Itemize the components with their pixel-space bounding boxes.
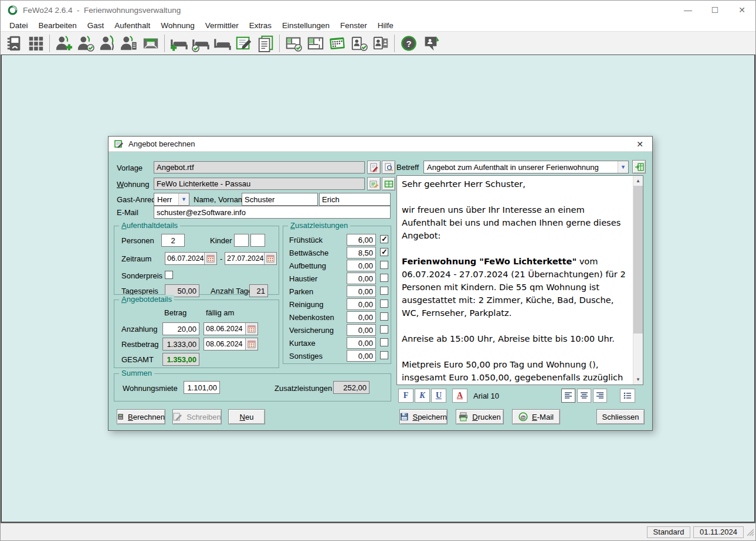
email-send-button[interactable]: @ E-Mail — [512, 409, 560, 424]
phonebook-button[interactable] — [3, 33, 25, 54]
scroll-down-icon[interactable]: ▼ — [633, 375, 643, 385]
dialog-close-button[interactable]: ✕ — [633, 139, 646, 149]
wohnung-plan-button[interactable] — [382, 177, 395, 190]
drucken-button[interactable]: Drucken — [456, 409, 504, 424]
broker-confirm-button[interactable] — [348, 33, 369, 54]
zusatz-checkbox[interactable] — [380, 300, 388, 308]
documents-button[interactable] — [255, 33, 276, 54]
font-color-button[interactable]: A — [452, 389, 467, 403]
name-input[interactable]: Schuster — [242, 193, 318, 206]
email-button[interactable] — [140, 33, 161, 54]
help-button[interactable]: ? — [398, 33, 419, 54]
menu-aufenthalt[interactable]: Aufenthalt — [109, 21, 155, 30]
personen-input[interactable]: 2 — [161, 234, 185, 247]
anzahlung-date-input[interactable]: 08.06.2024 — [204, 322, 258, 335]
stay-button[interactable] — [211, 33, 233, 54]
zeitraum-bis-calendar-button[interactable] — [264, 253, 276, 264]
minimize-button[interactable]: — — [674, 1, 701, 19]
menu-extras[interactable]: Extras — [244, 21, 277, 30]
berechnen-button[interactable]: Berechnen — [117, 409, 165, 424]
menu-hilfe[interactable]: Hilfe — [372, 21, 399, 30]
guest-directory-button[interactable] — [118, 33, 140, 54]
vorname-input[interactable]: Erich — [319, 193, 391, 206]
calendar-button[interactable] — [326, 33, 348, 54]
chevron-down-icon[interactable]: ▼ — [178, 193, 189, 205]
schreiben-button[interactable]: Schreiben — [172, 409, 222, 424]
menu-gast[interactable]: Gast — [82, 21, 110, 30]
resize-grip[interactable] — [747, 528, 754, 539]
roomplan-button[interactable] — [304, 33, 326, 54]
zusatz-price-input[interactable]: 0,00 — [347, 273, 376, 284]
stay-add-button[interactable] — [168, 33, 189, 54]
align-left-button[interactable] — [561, 389, 575, 403]
menu-datei[interactable]: Datei — [4, 21, 33, 30]
chevron-down-icon[interactable]: ▼ — [618, 161, 628, 173]
wohnungsmiete-input[interactable]: 1.101,00 — [184, 381, 220, 394]
maximize-button[interactable]: ☐ — [701, 1, 728, 19]
menu-wohnung[interactable]: Wohnung — [155, 21, 200, 30]
speichern-button[interactable]: Speichern — [399, 409, 448, 424]
menu-fenster[interactable]: Fenster — [335, 21, 372, 30]
zusatz-checkbox[interactable] — [380, 312, 388, 321]
kinder2-input[interactable] — [250, 234, 265, 247]
zusatz-price-input[interactable]: 0,00 — [347, 298, 376, 310]
zusatz-checkbox[interactable] — [380, 261, 388, 269]
schliessen-button[interactable]: Schliessen — [596, 409, 645, 424]
neu-button[interactable]: Neu — [228, 409, 265, 424]
kinder1-input[interactable] — [234, 234, 249, 247]
guests-button[interactable] — [96, 33, 118, 54]
guest-add-button[interactable] — [53, 33, 74, 54]
letter-textarea[interactable]: Sehr geehrter Herr Schuster, wir freuen … — [396, 175, 643, 385]
feedback-button[interactable] — [419, 33, 441, 54]
scroll-up-icon[interactable]: ▲ — [633, 176, 643, 186]
guest-confirm-button[interactable] — [74, 33, 96, 54]
broker-button[interactable] — [369, 33, 391, 54]
zeitraum-von-input[interactable]: 06.07.2024 — [165, 252, 217, 265]
zusatz-checkbox[interactable] — [380, 287, 388, 295]
italic-button[interactable]: K — [415, 389, 430, 403]
menu-bearbeiten[interactable]: Bearbeiten — [33, 21, 82, 30]
anzahlung-calendar-button[interactable] — [245, 323, 257, 335]
zusatz-checkbox[interactable] — [380, 325, 388, 334]
email-input[interactable]: schuster@ezSoftware.info — [154, 206, 391, 219]
template-edit-button[interactable] — [367, 161, 381, 174]
letter-scrollbar[interactable]: ▲ ▼ — [633, 176, 643, 385]
zusatz-price-input[interactable]: 8,50 — [347, 247, 376, 258]
bold-button[interactable]: F — [398, 389, 413, 403]
restbetrag-calendar-button[interactable] — [245, 338, 257, 350]
zusatz-price-input[interactable]: 6,00 — [347, 234, 376, 246]
align-center-button[interactable] — [577, 389, 591, 403]
zusatz-checkbox[interactable] — [380, 235, 388, 243]
scrollbar-thumb[interactable] — [633, 186, 643, 334]
zusatz-checkbox[interactable] — [380, 248, 388, 256]
sonderpreis-checkbox[interactable] — [165, 271, 173, 279]
roomplan-confirm-button[interactable] — [283, 33, 304, 54]
zusatz-price-input[interactable]: 0,00 — [347, 311, 376, 323]
zusatz-price-input[interactable]: 0,00 — [347, 350, 376, 362]
compose-button[interactable] — [233, 33, 255, 54]
underline-button[interactable]: U — [431, 389, 446, 403]
zusatz-checkbox[interactable] — [380, 338, 388, 346]
zusatz-price-input[interactable]: 0,00 — [347, 324, 376, 336]
wohnung-edit-button[interactable] — [367, 177, 381, 190]
anrede-select[interactable]: Herr ▼ — [154, 193, 189, 206]
close-button[interactable]: ✕ — [728, 1, 755, 19]
betreff-select[interactable]: Angebot zum Aufenthalt in unserer Ferien… — [423, 161, 629, 173]
zeitraum-bis-input[interactable]: 27.07.2024 — [225, 252, 277, 265]
zusatz-price-input[interactable]: 0,00 — [347, 337, 376, 349]
stay-confirm-button[interactable] — [189, 33, 211, 54]
zusatz-checkbox[interactable] — [380, 351, 388, 359]
grid-button[interactable] — [25, 33, 46, 54]
zusatz-price-input[interactable]: 0,00 — [347, 260, 376, 271]
menu-einstellungen[interactable]: Einstellungen — [277, 21, 335, 30]
zeitraum-von-calendar-button[interactable] — [204, 253, 216, 264]
anzahlung-input[interactable]: 20,00 — [162, 322, 199, 335]
zusatz-checkbox[interactable] — [380, 274, 388, 282]
insert-placeholder-button[interactable] — [632, 160, 646, 173]
restbetrag-date-input[interactable]: 08.06.2024 — [204, 338, 258, 351]
align-right-button[interactable] — [593, 389, 607, 403]
zusatz-price-input[interactable]: 0,00 — [347, 285, 376, 297]
menu-vermittler[interactable]: Vermittler — [200, 21, 244, 30]
bullet-list-button[interactable] — [620, 389, 635, 403]
template-preview-button[interactable] — [382, 161, 395, 174]
